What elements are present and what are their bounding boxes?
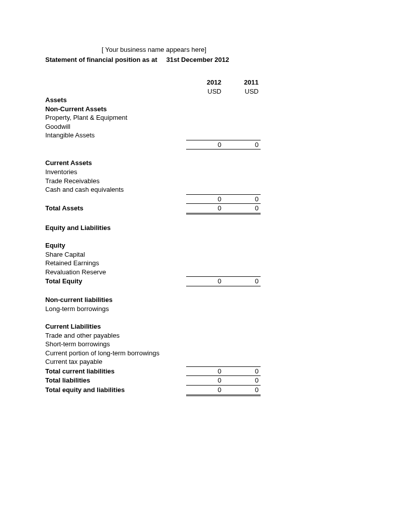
total-assets-label: Total Assets bbox=[45, 204, 186, 213]
line-short-term-borrowings: Short-term borrowings bbox=[45, 340, 186, 349]
line-current-portion-lt: Current portion of long-term borrowings bbox=[45, 349, 186, 358]
total-liabilities-label: Total liabilities bbox=[45, 376, 186, 385]
column-header-year1: 2012 bbox=[186, 78, 223, 87]
column-currency-1: USD bbox=[186, 87, 223, 96]
total-liab-y2: 0 bbox=[223, 376, 261, 386]
business-name-placeholder: [ Your business name appears here] bbox=[102, 46, 206, 53]
line-trade-receivables: Trade Receivables bbox=[45, 177, 186, 186]
total-liab-y1: 0 bbox=[186, 376, 223, 386]
section-assets: Assets bbox=[45, 96, 186, 105]
ca-total-y2: 0 bbox=[223, 194, 261, 204]
total-cl-y2: 0 bbox=[223, 366, 261, 376]
section-non-current-assets: Non-Current Assets bbox=[45, 105, 186, 114]
column-header-year2: 2011 bbox=[223, 78, 261, 87]
nca-total-y2: 0 bbox=[223, 140, 261, 150]
total-current-liabilities-label: Total current liabilities bbox=[45, 367, 186, 376]
total-equity-label: Total Equity bbox=[45, 277, 186, 286]
section-non-current-liabilities: Non-current liabilities bbox=[45, 295, 186, 305]
total-equity-y1: 0 bbox=[186, 276, 223, 286]
total-assets-y2: 0 bbox=[223, 204, 261, 214]
total-el-y2: 0 bbox=[223, 386, 261, 396]
line-revaluation-reserve: Revaluation Reserve bbox=[45, 268, 186, 277]
line-inventories: Inventories bbox=[45, 168, 186, 177]
line-current-tax-payable: Current tax payable bbox=[45, 357, 186, 366]
balance-sheet-document: [ Your business name appears here] State… bbox=[0, 0, 411, 396]
statement-title: Statement of financial position as at bbox=[45, 55, 166, 64]
line-share-capital: Share Capital bbox=[45, 250, 186, 259]
line-retained-earnings: Retained Earnings bbox=[45, 259, 186, 268]
line-intangible-assets: Intangible Assets bbox=[45, 131, 186, 140]
statement-date: 31st December 2012 bbox=[166, 55, 229, 64]
section-equity-liabilities: Equity and Liabilities bbox=[45, 223, 186, 233]
ca-total-y1: 0 bbox=[186, 194, 223, 204]
section-current-assets: Current Assets bbox=[45, 159, 186, 168]
line-goodwill: Goodwill bbox=[45, 122, 186, 131]
nca-total-y1: 0 bbox=[186, 140, 223, 150]
total-el-y1: 0 bbox=[186, 386, 223, 396]
section-equity: Equity bbox=[45, 241, 186, 250]
total-equity-liabilities-label: Total equity and liabilities bbox=[45, 386, 186, 395]
line-trade-payables: Trade and other payables bbox=[45, 331, 186, 340]
total-cl-y1: 0 bbox=[186, 366, 223, 376]
line-ppe: Property, Plant & Equipment bbox=[45, 113, 186, 122]
column-currency-2: USD bbox=[223, 87, 261, 96]
line-cash: Cash and cash equivalents bbox=[45, 185, 186, 194]
line-long-term-borrowings: Long-term borrowings bbox=[45, 305, 186, 314]
total-assets-y1: 0 bbox=[186, 204, 223, 214]
total-equity-y2: 0 bbox=[223, 276, 261, 286]
section-current-liabilities: Current Liabilities bbox=[45, 322, 186, 331]
